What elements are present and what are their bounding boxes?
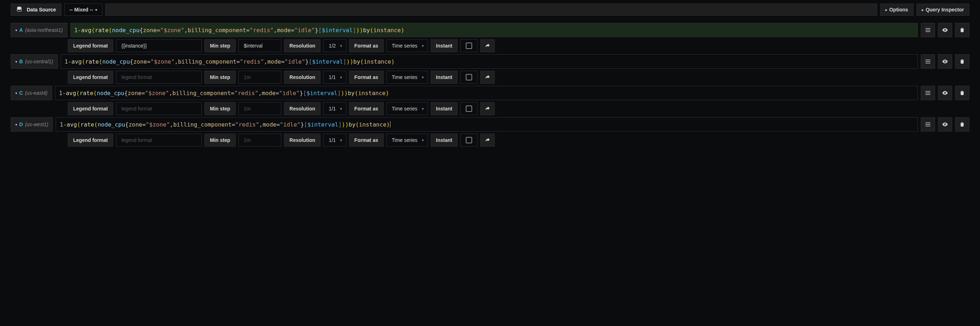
delete-query-button[interactable]: [955, 86, 969, 100]
resolution-label: Resolution: [284, 39, 320, 52]
legend-format-input[interactable]: legend format: [116, 134, 202, 147]
query-letter: D: [19, 121, 23, 127]
min-step-label: Min step: [205, 71, 235, 84]
min-step-label: Min step: [205, 134, 235, 147]
database-icon: [16, 6, 22, 14]
info-icon[interactable]: [189, 74, 196, 80]
query-zone: (us-central1): [25, 59, 53, 64]
instant-checkbox[interactable]: [460, 39, 477, 52]
query-letter: C: [19, 90, 23, 96]
legend-format-label: Legend format: [68, 71, 113, 84]
info-icon[interactable]: [269, 137, 276, 143]
legend-format-value: {{instance}}: [121, 43, 147, 49]
format-as-value: Time series: [392, 106, 418, 112]
resolution-select[interactable]: 1/1: [323, 71, 346, 84]
format-as-select[interactable]: Time series: [387, 134, 428, 147]
delete-query-button[interactable]: [955, 23, 969, 37]
resolution-value: 1/1: [329, 106, 336, 112]
chevron-down-icon: ▾: [15, 123, 17, 126]
min-step-input[interactable]: 1m: [239, 134, 281, 147]
legend-format-input[interactable]: legend format: [116, 102, 202, 115]
queries-list: ▾ A (asia-northeast1) 1 - avg(rate(node_…: [0, 19, 980, 152]
resolution-select[interactable]: 1/2: [323, 39, 346, 52]
format-as-value: Time series: [392, 74, 418, 80]
drag-handle[interactable]: [921, 23, 935, 37]
query-zone: (us-west1): [25, 121, 48, 127]
format-as-value: Time series: [392, 43, 418, 49]
toggle-visibility-button[interactable]: [938, 117, 952, 131]
query-inspector-button-label: Query Inspector: [926, 7, 964, 13]
format-as-select[interactable]: Time series: [387, 71, 428, 84]
min-step-input[interactable]: 1m: [239, 102, 281, 115]
drag-handle[interactable]: [921, 117, 935, 131]
format-as-select[interactable]: Time series: [387, 39, 428, 52]
resolution-value: 1/2: [329, 43, 336, 49]
share-query-button[interactable]: [480, 39, 495, 52]
toggle-visibility-button[interactable]: [938, 54, 952, 69]
info-icon[interactable]: [189, 137, 196, 143]
delete-query-button[interactable]: [955, 117, 969, 131]
query-expression-editor[interactable]: 1 - avg(rate(node_cpu{zone="$zone",billi…: [55, 86, 918, 100]
min-step-value: 1m: [244, 137, 251, 143]
query-inspector-button[interactable]: ▸ Query Inspector: [916, 3, 969, 16]
query-row: ▾ A (asia-northeast1) 1 - avg(rate(node_…: [11, 23, 969, 52]
instant-label: Instant: [431, 134, 458, 147]
legend-format-input[interactable]: {{instance}}: [116, 39, 202, 52]
legend-format-placeholder: legend format: [121, 74, 152, 80]
topbar-spacer: [105, 3, 877, 16]
options-button[interactable]: ▸ Options: [880, 3, 914, 16]
delete-query-button[interactable]: [955, 54, 969, 69]
checkbox-inner: [466, 43, 472, 49]
min-step-value: $interval: [244, 43, 262, 49]
toggle-visibility-button[interactable]: [938, 86, 952, 100]
toggle-visibility-button[interactable]: [938, 23, 952, 37]
info-icon[interactable]: [269, 105, 276, 112]
legend-format-placeholder: legend format: [121, 106, 152, 112]
format-as-label: Format as: [349, 39, 383, 52]
data-source-select[interactable]: -- Mixed -- ▾: [64, 3, 102, 16]
legend-format-label: Legend format: [68, 102, 113, 115]
min-step-input[interactable]: $interval: [239, 39, 281, 52]
triangle-right-icon: ▸: [922, 8, 924, 12]
format-as-label: Format as: [349, 71, 383, 84]
options-button-label: Options: [889, 7, 908, 13]
drag-handle[interactable]: [921, 54, 935, 69]
data-source-box: Data Source: [11, 3, 61, 16]
instant-checkbox[interactable]: [460, 102, 477, 115]
query-collapse-toggle[interactable]: ▾ A (asia-northeast1): [11, 23, 67, 37]
query-editor-topbar: Data Source -- Mixed -- ▾ ▸ Options ▸ Qu…: [0, 0, 980, 19]
info-icon[interactable]: [189, 105, 196, 112]
info-icon[interactable]: [269, 74, 276, 80]
query-expression-editor[interactable]: 1 - avg(rate(node_cpu{zone="$zone",billi…: [60, 54, 918, 69]
checkbox-inner: [466, 74, 472, 80]
resolution-select[interactable]: 1/1: [323, 134, 346, 147]
query-expression-editor[interactable]: 1 - avg(rate(node_cpu{zone="$zone",billi…: [56, 117, 918, 131]
data-source-select-value: -- Mixed --: [70, 7, 93, 13]
info-icon[interactable]: [269, 43, 276, 49]
instant-checkbox[interactable]: [460, 71, 477, 84]
min-step-input[interactable]: 1m: [239, 71, 281, 84]
share-query-button[interactable]: [480, 134, 495, 147]
share-query-button[interactable]: [480, 102, 495, 115]
resolution-value: 1/1: [329, 74, 336, 80]
instant-label: Instant: [431, 102, 458, 115]
drag-handle[interactable]: [921, 86, 935, 100]
query-collapse-toggle[interactable]: ▾ C (us-east4): [11, 86, 52, 100]
triangle-right-icon: ▸: [885, 8, 887, 12]
query-expression-editor[interactable]: 1 - avg(rate(node_cpu{zone="$zone",billi…: [70, 23, 918, 37]
query-collapse-toggle[interactable]: ▾ D (us-west1): [11, 117, 53, 131]
legend-format-placeholder: legend format: [121, 137, 152, 143]
legend-format-input[interactable]: legend format: [116, 71, 202, 84]
instant-checkbox[interactable]: [460, 134, 477, 147]
resolution-select[interactable]: 1/1: [323, 102, 346, 115]
query-zone: (us-east4): [25, 90, 48, 96]
format-as-label: Format as: [349, 134, 383, 147]
share-query-button[interactable]: [480, 71, 495, 84]
info-icon[interactable]: [189, 43, 196, 49]
chevron-down-icon: ▾: [15, 91, 17, 95]
query-row: ▾ B (us-central1) 1 - avg(rate(node_cpu{…: [11, 54, 969, 84]
query-row: ▾ C (us-east4) 1 - avg(rate(node_cpu{zon…: [11, 86, 969, 115]
query-collapse-toggle[interactable]: ▾ B (us-central1): [11, 54, 58, 69]
format-as-select[interactable]: Time series: [387, 102, 428, 115]
min-step-value: 1m: [244, 74, 251, 80]
